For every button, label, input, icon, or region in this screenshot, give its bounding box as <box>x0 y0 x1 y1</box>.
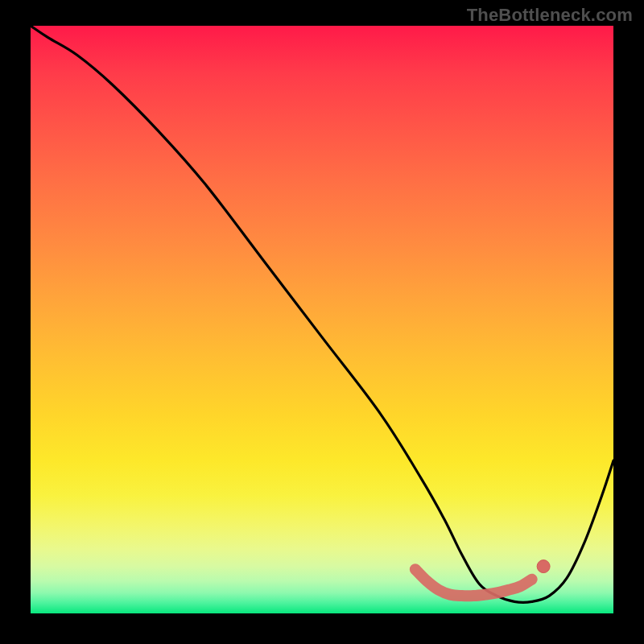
bottleneck-curve <box>31 26 613 602</box>
optimal-point-marker <box>537 560 550 573</box>
chart-svg <box>31 26 613 613</box>
chart-container: TheBottleneck.com <box>0 0 644 644</box>
watermark-text: TheBottleneck.com <box>467 5 633 26</box>
plot-area <box>31 26 613 613</box>
